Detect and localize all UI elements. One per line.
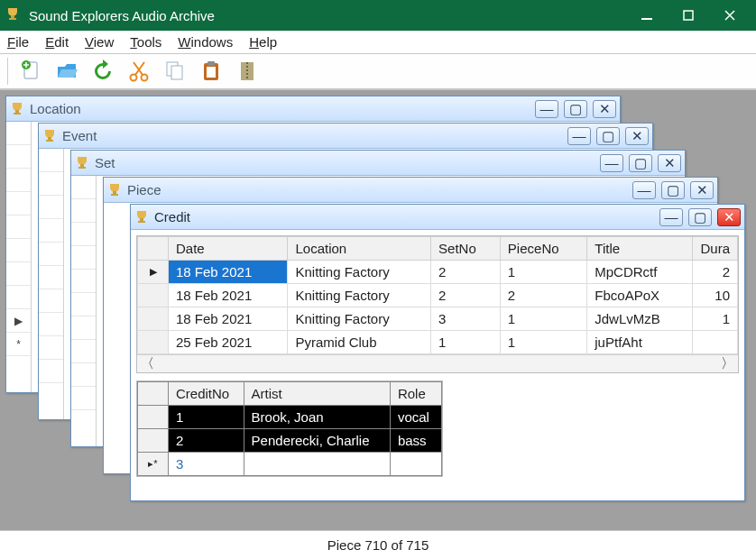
svg-rect-12 bbox=[207, 61, 215, 66]
svg-rect-2 bbox=[641, 18, 652, 20]
child-window-credit[interactable]: Credit — ▢ ✕ Date Location SetNo PieceNo… bbox=[130, 204, 745, 501]
cell-location[interactable]: Knitting Factory bbox=[288, 261, 431, 284]
svg-rect-20 bbox=[113, 191, 116, 194]
toolbar-cut-button[interactable] bbox=[123, 56, 155, 87]
grid-stub-set bbox=[71, 176, 97, 446]
col-setno[interactable]: SetNo bbox=[431, 237, 501, 261]
svg-rect-3 bbox=[684, 11, 693, 20]
menu-edit[interactable]: Edit bbox=[45, 34, 69, 50]
child-maximize-set[interactable]: ▢ bbox=[629, 154, 652, 172]
child-maximize-event[interactable]: ▢ bbox=[596, 127, 620, 145]
toolbar-paste-button[interactable] bbox=[195, 56, 227, 87]
child-minimize-set[interactable]: — bbox=[600, 154, 623, 172]
app-title: Sound Explorers Audio Archive bbox=[29, 8, 626, 23]
grid-stub-event bbox=[39, 149, 64, 419]
table-row[interactable]: 18 Feb 2021 Knitting Factory 3 1 JdwLvMz… bbox=[138, 307, 738, 331]
child-title-credit: Credit bbox=[154, 209, 659, 225]
menu-file[interactable]: File bbox=[7, 34, 29, 50]
window-minimize-button[interactable] bbox=[626, 0, 668, 31]
child-maximize-credit[interactable]: ▢ bbox=[688, 208, 712, 226]
table-row[interactable]: 18 Feb 2021 Knitting Factory 2 2 FbcoAPo… bbox=[138, 284, 738, 307]
child-titlebar-set[interactable]: Set — ▢ ✕ bbox=[71, 151, 685, 176]
col-pieceno[interactable]: PieceNo bbox=[500, 237, 586, 261]
menubar: File Edit View Tools Windows Help bbox=[0, 31, 756, 54]
menu-view[interactable]: View bbox=[85, 34, 114, 50]
table-row[interactable]: ▶ 18 Feb 2021 Knitting Factory 2 1 MpCDR… bbox=[138, 261, 738, 284]
child-titlebar-event[interactable]: Event — ▢ ✕ bbox=[39, 124, 652, 149]
child-close-event[interactable]: ✕ bbox=[625, 127, 649, 145]
col-duration[interactable]: Dura bbox=[693, 237, 738, 261]
col-creditno[interactable]: CreditNo bbox=[169, 382, 244, 406]
grid-stub-location: ▶ * bbox=[6, 122, 32, 392]
svg-rect-21 bbox=[111, 194, 118, 196]
toolbar-zip-button[interactable] bbox=[231, 56, 263, 87]
child-titlebar-credit[interactable]: Credit — ▢ ✕ bbox=[131, 205, 744, 230]
cell-title[interactable]: MpCDRctf bbox=[587, 261, 693, 284]
trophy-icon bbox=[107, 183, 122, 197]
child-maximize-piece[interactable]: ▢ bbox=[661, 181, 685, 199]
child-maximize-location[interactable]: ▢ bbox=[564, 100, 587, 118]
trophy-icon bbox=[134, 210, 149, 225]
window-maximize-button[interactable] bbox=[668, 0, 709, 31]
toolbar bbox=[0, 54, 756, 90]
col-date[interactable]: Date bbox=[169, 237, 288, 261]
child-close-credit[interactable]: ✕ bbox=[717, 208, 741, 226]
col-artist[interactable]: Artist bbox=[244, 382, 390, 406]
svg-rect-17 bbox=[46, 140, 53, 142]
child-title-location: Location bbox=[30, 101, 535, 116]
row-indicator-new: ▸* bbox=[138, 453, 169, 476]
credit-body: Date Location SetNo PieceNo Title Dura ▶… bbox=[131, 230, 744, 500]
svg-rect-22 bbox=[140, 218, 143, 221]
child-minimize-piece[interactable]: — bbox=[632, 181, 656, 199]
statusbar: Piece 710 of 715 bbox=[0, 530, 756, 559]
table-row-new[interactable]: ▸* 3 bbox=[138, 453, 442, 476]
row-header-blank bbox=[138, 237, 169, 261]
svg-point-7 bbox=[142, 75, 148, 81]
svg-rect-19 bbox=[78, 167, 86, 169]
child-title-piece: Piece bbox=[127, 182, 632, 197]
child-close-set[interactable]: ✕ bbox=[658, 154, 681, 172]
child-minimize-event[interactable]: — bbox=[567, 127, 591, 145]
child-minimize-credit[interactable]: — bbox=[659, 208, 683, 226]
scroll-right-icon[interactable]: 〉 bbox=[721, 355, 734, 372]
toolbar-refresh-button[interactable] bbox=[87, 56, 119, 87]
table-row[interactable]: 1 Brook, Joan vocal bbox=[138, 406, 442, 429]
credit-grid[interactable]: CreditNo Artist Role 1 Brook, Joan vocal… bbox=[136, 380, 443, 477]
menu-windows[interactable]: Windows bbox=[178, 34, 233, 50]
window-close-button[interactable] bbox=[709, 0, 751, 31]
child-title-set: Set bbox=[95, 155, 600, 170]
menu-tools[interactable]: Tools bbox=[130, 34, 161, 50]
svg-rect-14 bbox=[15, 110, 19, 113]
child-titlebar-location[interactable]: Location — ▢ ✕ bbox=[6, 96, 620, 122]
toolbar-copy-button[interactable] bbox=[159, 56, 191, 87]
table-row[interactable]: 2 Penderecki, Charlie bass bbox=[138, 429, 442, 453]
titlebar: Sound Explorers Audio Archive bbox=[0, 0, 756, 31]
cell-setno[interactable]: 2 bbox=[431, 261, 501, 284]
row-indicator-current: ▶ bbox=[138, 261, 169, 284]
svg-rect-1 bbox=[9, 18, 16, 20]
col-role[interactable]: Role bbox=[390, 382, 441, 406]
svg-rect-18 bbox=[80, 164, 84, 167]
svg-rect-15 bbox=[14, 113, 21, 115]
cell-duration[interactable]: 2 bbox=[693, 261, 738, 284]
col-location[interactable]: Location bbox=[288, 237, 431, 261]
menu-help[interactable]: Help bbox=[249, 34, 277, 50]
child-close-piece[interactable]: ✕ bbox=[690, 181, 714, 199]
master-grid-hscroll[interactable]: 〈〉 bbox=[137, 354, 738, 372]
child-close-location[interactable]: ✕ bbox=[593, 100, 616, 118]
cell-date[interactable]: 18 Feb 2021 bbox=[169, 261, 288, 284]
scroll-left-icon[interactable]: 〈 bbox=[141, 355, 154, 372]
col-title[interactable]: Title bbox=[587, 237, 693, 261]
cell-pieceno[interactable]: 1 bbox=[500, 261, 586, 284]
child-minimize-location[interactable]: — bbox=[535, 100, 558, 118]
svg-point-6 bbox=[131, 75, 137, 81]
child-titlebar-piece[interactable]: Piece — ▢ ✕ bbox=[104, 178, 717, 203]
child-title-event: Event bbox=[62, 128, 567, 143]
svg-rect-11 bbox=[207, 67, 216, 78]
master-grid-header-row: Date Location SetNo PieceNo Title Dura bbox=[138, 237, 738, 261]
toolbar-new-button[interactable] bbox=[14, 56, 47, 87]
toolbar-separator bbox=[7, 58, 11, 85]
toolbar-open-button[interactable] bbox=[51, 56, 83, 87]
master-grid[interactable]: Date Location SetNo PieceNo Title Dura ▶… bbox=[136, 235, 739, 373]
table-row[interactable]: 25 Feb 2021 Pyramid Club 1 1 juPtfAht bbox=[138, 331, 738, 354]
